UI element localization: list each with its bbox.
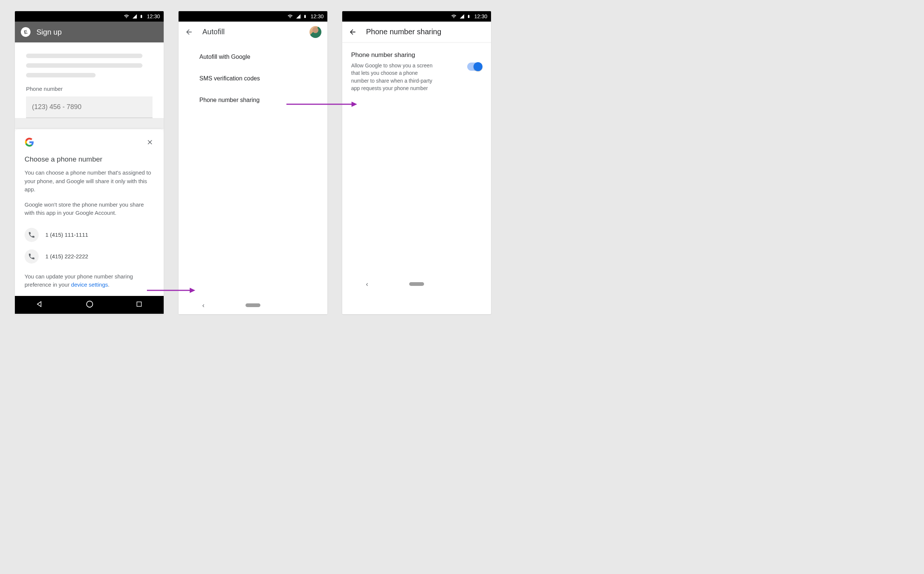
phone-screen-autofill: 12:30 Autofill Autofill with Google SMS … (179, 11, 327, 314)
phone-hint-bottom-sheet: Choose a phone number You can choose a p… (15, 129, 163, 296)
footer-text-post: . (108, 281, 109, 288)
flow-arrow-icon (286, 101, 357, 104)
close-button[interactable] (146, 138, 154, 146)
nav-back-button[interactable]: ‹ (360, 280, 375, 288)
battery-icon (303, 13, 307, 19)
toggle-switch[interactable] (467, 63, 482, 71)
status-bar: 12:30 (179, 11, 327, 22)
placeholder-line (26, 73, 96, 77)
signup-form: Phone number Choose a phone number Yo (15, 43, 163, 296)
nav-home-pill[interactable] (245, 303, 260, 307)
nav-bar (15, 296, 163, 314)
status-bar: 12:30 (15, 11, 163, 22)
sms-verification-codes-item[interactable]: SMS verification codes (200, 68, 327, 89)
svg-marker-5 (352, 102, 357, 107)
sheet-title: Choose a phone number (25, 155, 154, 163)
phone-icon (25, 228, 39, 242)
nav-recents-button[interactable] (136, 301, 143, 309)
google-logo-icon (25, 137, 34, 147)
sheet-footer: You can update your phone number sharing… (25, 273, 154, 289)
phone-input[interactable] (26, 96, 152, 118)
app-bar: Phone number sharing (342, 22, 491, 43)
phone-screen-signup: 12:30 E Sign up Phone number (15, 11, 163, 314)
svg-marker-3 (190, 288, 195, 293)
placeholder-line (26, 54, 143, 58)
battery-icon (467, 13, 471, 19)
sheet-paragraph-1: You can choose a phone number that's ass… (25, 169, 154, 194)
phone-icon (25, 249, 39, 263)
nav-back-button[interactable]: ‹ (196, 301, 211, 309)
phone-number-text: 1 (415) 222-2222 (46, 253, 88, 259)
phone-screen-sharing-detail: 12:30 Phone number sharing Phone number … (342, 11, 491, 314)
wifi-icon (287, 14, 294, 19)
cellular-icon (132, 14, 137, 19)
battery-icon (140, 13, 143, 19)
status-bar: 12:30 (342, 11, 491, 22)
wifi-icon (123, 14, 130, 19)
nav-bar: ‹ (179, 296, 327, 314)
back-button[interactable] (184, 28, 193, 36)
status-time: 12:30 (147, 13, 160, 19)
nav-back-button[interactable] (36, 300, 44, 309)
sheet-paragraph-2: Google won't store the phone number you … (25, 201, 154, 218)
status-time: 12:30 (474, 13, 487, 19)
phone-option-2[interactable]: 1 (415) 222-2222 (25, 246, 154, 267)
page-title: Sign up (36, 28, 62, 36)
cellular-icon (459, 14, 465, 19)
app-bar: Autofill (179, 22, 327, 43)
nav-home-pill[interactable] (409, 282, 424, 286)
app-logo-icon: E (20, 27, 31, 38)
autofill-with-google-item[interactable]: Autofill with Google (200, 46, 327, 68)
app-bar: E Sign up (15, 22, 163, 43)
flow-arrow-icon (147, 287, 195, 290)
phone-sharing-toggle-row[interactable]: Phone number sharing Allow Google to sho… (351, 51, 482, 92)
setting-title: Phone number sharing (351, 51, 460, 59)
account-avatar[interactable] (310, 26, 321, 38)
svg-point-0 (86, 301, 93, 307)
status-time: 12:30 (311, 13, 324, 19)
nav-bar: ‹ (342, 275, 491, 293)
setting-description: Allow Google to show you a screen that l… (351, 62, 433, 92)
device-settings-link[interactable]: device settings (71, 281, 108, 288)
page-title: Autofill (202, 28, 225, 36)
wifi-icon (451, 14, 457, 19)
nav-home-button[interactable] (86, 300, 94, 310)
svg-rect-1 (137, 302, 141, 306)
back-button[interactable] (348, 28, 357, 36)
placeholder-line (26, 63, 143, 68)
setting-detail: Phone number sharing Allow Google to sho… (342, 43, 491, 101)
phone-option-1[interactable]: 1 (415) 111-1111 (25, 224, 154, 246)
cellular-icon (296, 14, 301, 19)
page-title: Phone number sharing (366, 28, 441, 36)
phone-field-label: Phone number (26, 86, 152, 92)
phone-number-text: 1 (415) 111-1111 (46, 232, 88, 238)
